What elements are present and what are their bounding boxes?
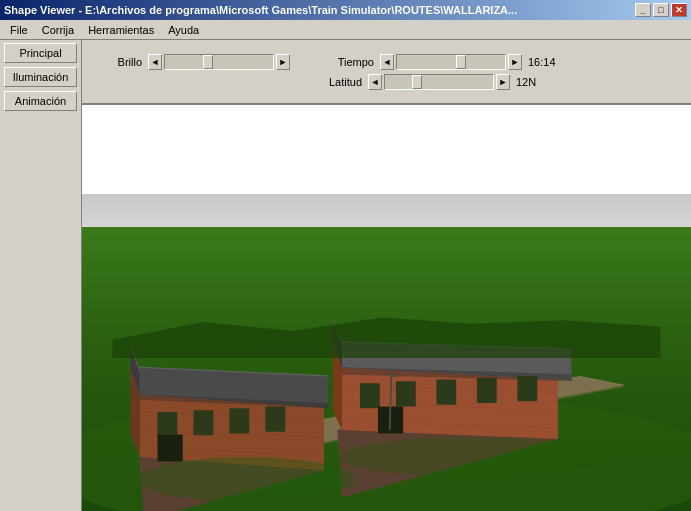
- svg-rect-12: [158, 412, 178, 437]
- menu-herramientas[interactable]: Herramientas: [82, 22, 160, 38]
- menu-ayuda[interactable]: Ayuda: [162, 22, 205, 38]
- controls-toolbar: Brillo ◄ ► Tiempo ◄ ► 16:14: [82, 40, 691, 105]
- tiempo-slider-left-button[interactable]: ◄: [380, 54, 394, 70]
- control-row-1: Brillo ◄ ► Tiempo ◄ ► 16:14: [90, 54, 683, 70]
- latitud-slider-right-button[interactable]: ►: [496, 74, 510, 90]
- close-button[interactable]: ✕: [671, 3, 687, 17]
- tiempo-slider-right-button[interactable]: ►: [508, 54, 522, 70]
- main-layout: Principal Iluminación Animación Brillo ◄…: [0, 40, 691, 511]
- brillo-slider-track[interactable]: [164, 54, 274, 70]
- title-bar-controls: _ □ ✕: [635, 3, 687, 17]
- svg-point-39: [140, 457, 356, 502]
- svg-marker-38: [113, 318, 661, 358]
- svg-rect-33: [517, 376, 537, 401]
- tiempo-label: Tiempo: [322, 56, 374, 68]
- brillo-slider-right-button[interactable]: ►: [276, 54, 290, 70]
- svg-rect-14: [229, 408, 249, 433]
- svg-rect-15: [265, 407, 285, 432]
- title-bar: Shape Viewer - E:\Archivos de programa\M…: [0, 0, 691, 20]
- latitud-slider-thumb[interactable]: [412, 75, 422, 89]
- latitud-slider-container: ◄ ►: [368, 74, 510, 90]
- right-panel: Brillo ◄ ► Tiempo ◄ ► 16:14: [82, 40, 691, 511]
- brillo-label: Brillo: [90, 56, 142, 68]
- title-bar-text: Shape Viewer - E:\Archivos de programa\M…: [4, 4, 517, 16]
- brillo-slider-left-button[interactable]: ◄: [148, 54, 162, 70]
- minimize-button[interactable]: _: [635, 3, 651, 17]
- brillo-slider-thumb[interactable]: [203, 55, 213, 69]
- latitud-slider-left-button[interactable]: ◄: [368, 74, 382, 90]
- tiempo-slider-container: ◄ ►: [380, 54, 522, 70]
- tiempo-slider-track[interactable]: [396, 54, 506, 70]
- menu-corrija[interactable]: Corrija: [36, 22, 80, 38]
- svg-rect-32: [477, 378, 497, 403]
- svg-rect-16: [158, 435, 183, 462]
- svg-point-40: [337, 437, 607, 477]
- latitud-label: Latitud: [310, 76, 362, 88]
- maximize-button[interactable]: □: [653, 3, 669, 17]
- viewport[interactable]: [82, 105, 691, 511]
- tiempo-slider-thumb[interactable]: [456, 55, 466, 69]
- buildings-scene: [82, 178, 691, 511]
- svg-rect-30: [396, 381, 416, 406]
- sidebar-iluminacion-button[interactable]: Iluminación: [4, 67, 77, 87]
- svg-rect-31: [436, 380, 456, 405]
- control-row-2: Latitud ◄ ► 12N: [90, 74, 683, 90]
- title-text: Shape Viewer - E:\Archivos de programa\M…: [4, 4, 517, 16]
- svg-rect-29: [360, 383, 380, 408]
- sidebar-animacion-button[interactable]: Animación: [4, 91, 77, 111]
- latitud-value: 12N: [516, 76, 552, 88]
- latitud-slider-track[interactable]: [384, 74, 494, 90]
- menu-bar: File Corrija Herramientas Ayuda: [0, 20, 691, 40]
- brillo-slider-container: ◄ ►: [148, 54, 290, 70]
- tiempo-value: 16:14: [528, 56, 564, 68]
- menu-file[interactable]: File: [4, 22, 34, 38]
- svg-rect-13: [194, 410, 214, 435]
- sidebar: Principal Iluminación Animación: [0, 40, 82, 511]
- sidebar-principal-button[interactable]: Principal: [4, 43, 77, 63]
